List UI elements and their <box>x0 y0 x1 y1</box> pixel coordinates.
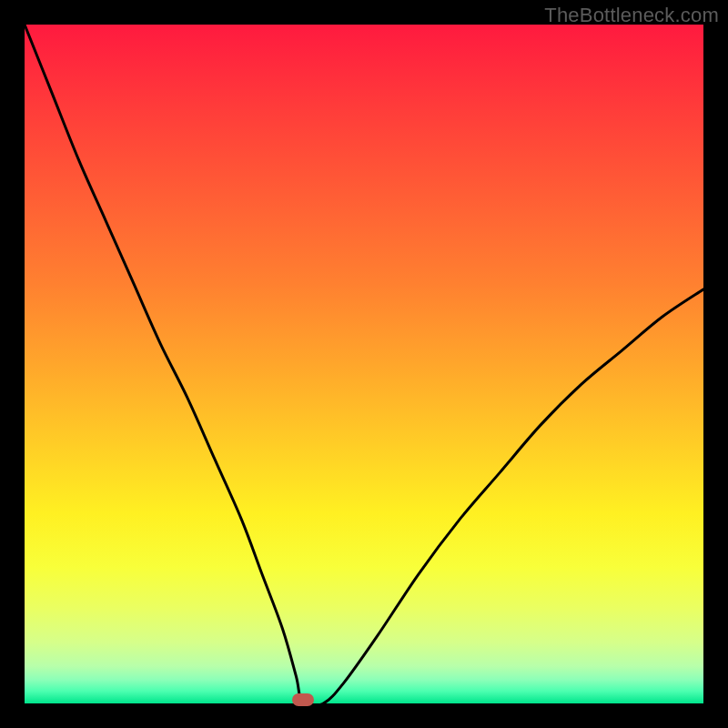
gradient-background <box>25 25 703 703</box>
chart-frame <box>25 25 703 703</box>
plot-svg <box>25 25 703 703</box>
